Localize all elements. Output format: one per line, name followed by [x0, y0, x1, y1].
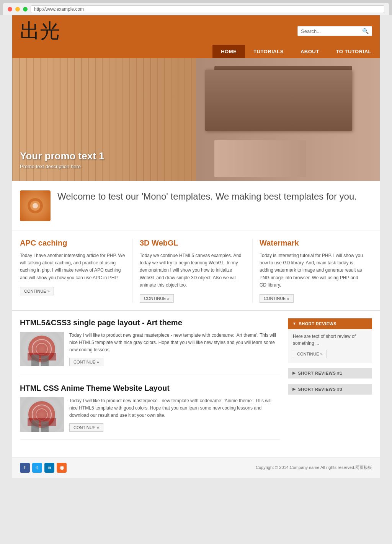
continue-btn-0[interactable]: CONTINUE » [20, 287, 54, 295]
col-title-2: Watermark [260, 239, 365, 247]
address-bar[interactable]: http://www.example.com [31, 5, 384, 13]
post-excerpt-1: Today I will like to product new masterp… [69, 397, 280, 419]
post-excerpt-wrap-1: Today I will like to product new masterp… [69, 397, 280, 432]
social-icons: f t in ◉ [20, 463, 67, 473]
main-nav: HOME TUTORIALS ABOUT TO TUTORIAL [12, 45, 380, 58]
svg-rect-16 [41, 421, 49, 432]
post-thumbnail-0 [20, 332, 64, 366]
post-continue-0[interactable]: CONTINUE » [69, 358, 103, 366]
column-watermark: Watermark Today is interesting tutorial … [252, 239, 372, 303]
svg-point-2 [33, 203, 38, 208]
widget-label-0: SHORT REVIEWS [299, 321, 336, 326]
nav-about[interactable]: ABOUT [292, 45, 328, 58]
continue-btn-1[interactable]: CONTINUE » [140, 294, 174, 303]
search-button[interactable]: 🔍 [362, 28, 369, 34]
svg-rect-14 [28, 418, 56, 426]
facebook-icon[interactable]: f [20, 463, 30, 473]
hero-description: Promo text description here [20, 164, 105, 169]
svg-rect-8 [31, 355, 39, 366]
sidebar-widget-0: ▼ SHORT REVIEWS Here are text of short r… [288, 318, 372, 362]
sidebar-widget-2: ▶ SHORT REVIEWS #3 [288, 384, 372, 395]
widget-arrow-2: ▶ [292, 387, 296, 391]
content-left: HTML5&CSS3 single page layout - Art them… [20, 318, 280, 449]
maximize-btn[interactable] [23, 7, 28, 11]
post-thumbnail-1 [20, 397, 64, 432]
post-continue-1[interactable]: CONTINUE » [69, 423, 103, 432]
sidebar: ▼ SHORT REVIEWS Here are text of short r… [288, 318, 372, 449]
minimize-btn[interactable] [15, 7, 20, 11]
column-apc-caching: APC caching Today I have another interes… [20, 239, 132, 303]
linkedin-icon[interactable]: in [44, 463, 54, 473]
widget-arrow-1: ▶ [292, 371, 296, 375]
col-text-2: Today is interesting tutorial for PHP. I… [260, 252, 365, 289]
svg-point-4 [28, 336, 55, 362]
nav-home[interactable]: HOME [212, 45, 245, 58]
blog-post-1: HTML CSS Anime Theme Website Layout [20, 384, 280, 440]
post-excerpt-0: Today I will like to product new great m… [69, 332, 280, 354]
svg-point-13 [36, 409, 47, 420]
svg-point-5 [32, 339, 51, 359]
svg-point-6 [36, 343, 47, 355]
post-excerpt-wrap-0: Today I will like to product new great m… [69, 332, 280, 366]
column-webgl: 3D WebGL Today we continue HTML5 canvas … [132, 239, 252, 303]
nav-tutorials[interactable]: TUTORIALS [245, 45, 292, 58]
col-title-0: APC caching [20, 239, 126, 247]
widget-continue-0[interactable]: CONTINUE » [293, 350, 327, 358]
hero-text: Your promo text 1 Promo text description… [20, 150, 105, 169]
hero-banner: Your promo text 1 Promo text description… [12, 58, 380, 181]
col-text-0: Today I have another interesting article… [20, 252, 126, 282]
welcome-section: Welcome to test our 'Mono' templates. We… [12, 181, 380, 231]
widget-arrow-0: ▼ [292, 321, 296, 326]
welcome-text: Welcome to test our 'Mono' templates. We… [57, 190, 357, 203]
svg-rect-7 [28, 353, 56, 360]
search-box: 🔍 [297, 26, 372, 36]
sidebar-widget-1: ▶ SHORT REVIEWS #1 [288, 368, 372, 379]
widget-label-2: SHORT REVIEWS #3 [298, 387, 343, 392]
nav-to-tutorial[interactable]: TO TUTORIAL [328, 45, 380, 58]
widget-text-0: Here are text of short review of somethi… [293, 333, 367, 347]
site-logo: 出光 [20, 21, 60, 41]
hero-title: Your promo text 1 [20, 150, 105, 162]
post-title-1: HTML CSS Anime Theme Website Layout [20, 384, 280, 393]
svg-point-11 [28, 401, 55, 428]
widget-header-2[interactable]: ▶ SHORT REVIEWS #3 [288, 384, 372, 395]
site-footer: f t in ◉ Copyright © 2014.Company name A… [12, 457, 380, 478]
widget-header-1[interactable]: ▶ SHORT REVIEWS #1 [288, 368, 372, 379]
continue-btn-2[interactable]: CONTINUE » [260, 294, 294, 303]
rss-icon[interactable]: ◉ [57, 463, 67, 473]
svg-point-12 [32, 405, 51, 424]
svg-rect-15 [31, 420, 39, 432]
col-title-1: 3D WebGL [140, 239, 245, 247]
post-title-0: HTML5&CSS3 single page layout - Art them… [20, 318, 280, 327]
welcome-icon [20, 190, 51, 221]
svg-rect-9 [41, 356, 49, 366]
col-text-1: Today we continue HTML5 canvas examples.… [140, 252, 245, 289]
svg-rect-3 [20, 332, 64, 366]
main-content-area: HTML5&CSS3 single page layout - Art them… [12, 311, 380, 457]
blog-post-0: HTML5&CSS3 single page layout - Art them… [20, 318, 280, 374]
widget-body-0: Here are text of short review of somethi… [288, 329, 372, 362]
three-columns: APC caching Today I have another interes… [12, 231, 380, 311]
widget-label-1: SHORT REVIEWS #1 [298, 371, 343, 375]
widget-header-0[interactable]: ▼ SHORT REVIEWS [288, 318, 372, 329]
site-header: 出光 🔍 HOME TUTORIALS ABOUT TO TUTORIAL [12, 15, 380, 58]
svg-rect-10 [20, 397, 64, 432]
close-btn[interactable] [8, 7, 12, 11]
search-input[interactable] [301, 28, 362, 34]
footer-copyright: Copyright © 2014.Company name All rights… [256, 465, 372, 470]
twitter-icon[interactable]: t [32, 463, 42, 473]
